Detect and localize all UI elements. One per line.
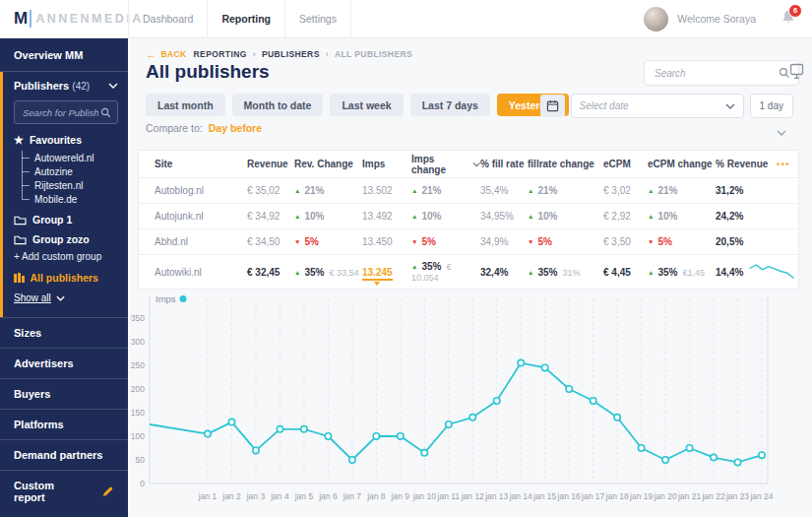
column-header-ecpm-change[interactable]: eCPM change [648,159,716,169]
trend-up-icon: ▲ [294,213,300,220]
column-header-ecpm[interactable]: eCPM [603,159,648,169]
chart-point-jan-9[interactable] [398,433,404,439]
sidebar-item-custom-report[interactable]: Custom report [0,470,128,512]
sidebar-item-autozine[interactable]: Autozine [22,164,128,178]
sort-icon [472,162,480,167]
chart-point-jan-7[interactable] [349,457,355,463]
sidebar-item-rijtesten-nl[interactable]: Rijtesten.nl [22,178,128,192]
chart-point-jan-21[interactable] [686,445,692,451]
sidebar-publishers-header[interactable]: Publishers (42) [3,78,128,92]
preset-last-month[interactable]: Last month [146,94,225,116]
compare-expand-button[interactable] [777,122,786,140]
sidebar-item-sizes[interactable]: Sizes [0,317,128,348]
svg-text:jan 9: jan 9 [391,491,410,501]
back-button[interactable]: ← BACK [146,49,187,59]
table-row-abhd-nl[interactable]: Abhd.nl€ 34,50▼5%13.450▼5%34,9%▼5%€ 3,50… [139,228,798,254]
tab-settings[interactable]: Settings [285,0,351,37]
chart-point-jan-14[interactable] [518,359,524,365]
sidebar-item-platforms[interactable]: Platforms [0,409,128,439]
sidebar-item-autowereld-nl[interactable]: Autowereld.nl [22,151,128,164]
chart-point-jan-10[interactable] [421,450,427,456]
publisher-search[interactable] [14,100,118,124]
chart-point-jan-15[interactable] [541,364,547,370]
calendar-button[interactable] [540,95,565,117]
search-input[interactable] [653,67,779,80]
cell-ecpm: € 2,92 [603,211,648,222]
svg-text:jan 23: jan 23 [725,491,749,501]
breadcrumb-item-reporting[interactable]: REPORTING [194,49,247,59]
tab-dashboard[interactable]: Dashboard [128,0,208,37]
chart-point-jan-18[interactable] [614,415,620,420]
cell-revenue: € 34,92 [247,211,294,222]
tab-reporting[interactable]: Reporting [208,0,285,37]
sidebar-item-buyers[interactable]: Buyers [0,378,128,409]
chart-point-jan-19[interactable] [638,445,644,451]
breadcrumb-item-publishers[interactable]: PUBLISHERS [262,49,320,59]
favourites-header[interactable]: ★ Favourites [3,134,128,146]
sidebar-item-overview-mm[interactable]: Overview MM [0,37,128,72]
chart-point-jan-12[interactable] [469,415,475,420]
chart-point-jan-8[interactable] [373,433,379,439]
publisher-search-input[interactable] [21,106,100,119]
svg-text:jan 8: jan 8 [366,491,386,501]
table-row-autojunk-nl[interactable]: Autojunk.nl€ 34,92▲10%13.492▲10%34,95%▲1… [139,203,798,228]
chart-point-jan-24[interactable] [759,452,765,458]
sidebar-item-group-1[interactable]: Group 1 [3,206,128,226]
chart-point-jan-4[interactable] [277,426,282,432]
cell-imps-change: ▲10% [411,211,480,222]
chart-point-jan-22[interactable] [711,454,717,460]
date-select-placeholder: Select date [580,100,629,111]
svg-text:jan 19: jan 19 [629,491,653,501]
chart-point-jan-2[interactable] [228,419,234,424]
preset-last-week[interactable]: Last week [330,94,403,116]
table-body: Autoblog.nl€ 35,02▲21%13.502▲21%35,4%▲21… [139,177,798,289]
sidebar-item-advertisers[interactable]: Advertisers [0,348,128,378]
back-label: BACK [160,49,186,59]
chart-point-jan-20[interactable] [662,457,668,463]
chart-point-jan-17[interactable] [590,398,595,404]
more-columns-button[interactable]: ••• [777,160,798,169]
sidebar-item-mobile-de[interactable]: Mobile.de [22,192,128,206]
svg-text:jan 7: jan 7 [343,491,362,501]
column-header-rev-change[interactable]: Rev. Change [294,159,362,169]
cell-site: Autoblog.nl [139,185,247,196]
compare-value[interactable]: Day before [209,122,262,134]
chart-point-jan-13[interactable] [494,398,500,404]
preset-month-to-date[interactable]: Month to date [232,94,324,116]
logo[interactable]: M ANNENMEDIA [14,0,144,37]
chart-point-jan-16[interactable] [566,386,572,392]
sidebar-item-group-zozo[interactable]: Group zozo [3,226,128,245]
chart-point-jan-11[interactable] [446,421,452,427]
column-header-fillrate-change[interactable]: fillrate change [528,159,603,169]
notifications-button[interactable]: 6 [781,9,796,30]
chart-point-jan-6[interactable] [325,433,331,439]
column-header-revenue[interactable]: % Revenue [716,159,777,169]
column-header-imps-change[interactable]: Imps change [411,154,480,175]
user-avatar[interactable] [644,7,668,32]
chart-point-jan-5[interactable] [301,426,307,432]
chart-point-jan-23[interactable] [734,459,740,465]
imps-highlight-link[interactable]: 13.245 [362,267,393,281]
date-select[interactable]: Select date [571,94,744,118]
search-box[interactable] [644,60,799,86]
show-all-button[interactable]: Show all [3,284,128,309]
table-row-autoblog-nl[interactable]: Autoblog.nl€ 35,02▲21%13.502▲21%35,4%▲21… [139,177,798,203]
breadcrumb-item-all-publishers[interactable]: ALL PUBLISHERS [335,49,412,59]
column-header-fill-rate[interactable]: % fill rate [480,159,528,169]
chart-point-jan-1[interactable] [205,430,211,436]
breadcrumb: ← BACK REPORTING›PUBLISHERS›ALL PUBLISHE… [146,49,412,59]
add-custom-group-button[interactable]: + Add custom group [3,245,128,262]
cell-fill-rate: 32,4% [480,267,528,278]
duration-button[interactable]: 1 day [750,94,793,118]
column-header-site[interactable]: Site [139,159,247,169]
preset-last-7-days[interactable]: Last 7 days [410,94,490,116]
sidebar-item-demand-partners[interactable]: Demand partners [0,439,128,470]
chart-point-jan-3[interactable] [253,447,259,453]
column-header-imps[interactable]: Imps [362,159,411,169]
table-row-autowiki-nl[interactable]: Autowiki.nl€ 32,45▲35%€ 33,5413.245▲35%€… [139,254,798,289]
column-header-revenue[interactable]: Revenue [247,159,294,169]
sidebar-item-all-publishers[interactable]: All publishers [3,262,128,284]
export-button[interactable] [789,63,804,84]
bars-icon [14,273,25,283]
svg-text:Imps: Imps [156,293,176,304]
